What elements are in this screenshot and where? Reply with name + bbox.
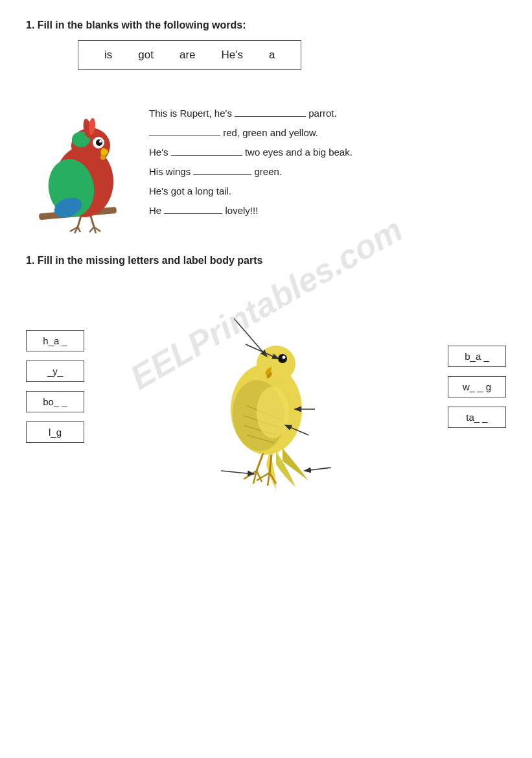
blank-6[interactable] bbox=[164, 213, 222, 214]
sentence-1: This is Rupert, he's parrot. bbox=[149, 104, 506, 123]
exercise2-section: 1. Fill in the missing letters and label… bbox=[26, 255, 506, 493]
svg-line-37 bbox=[234, 318, 266, 356]
blank-3[interactable] bbox=[171, 155, 242, 156]
bird-illustration bbox=[104, 279, 428, 493]
label-body[interactable]: bo_ _ bbox=[26, 391, 84, 412]
sentences-area: This is Rupert, he's parrot. red, green … bbox=[149, 97, 506, 220]
exercise1-content: This is Rupert, he's parrot. red, green … bbox=[26, 97, 506, 235]
left-labels: h_a _ _y_ bo_ _ l_g bbox=[26, 330, 84, 443]
svg-line-41 bbox=[305, 468, 331, 471]
exercise1-section: 1. Fill in the blanks with the following… bbox=[26, 19, 506, 235]
exercise1-title: 1. Fill in the blanks with the following… bbox=[26, 19, 506, 31]
word-a: a bbox=[269, 49, 275, 62]
svg-line-13 bbox=[91, 216, 94, 227]
blank-2[interactable] bbox=[149, 136, 220, 136]
svg-line-12 bbox=[78, 227, 80, 232]
sentence-5: He's got a long tail. bbox=[149, 182, 506, 201]
svg-line-35 bbox=[268, 473, 270, 486]
blank-4[interactable] bbox=[193, 174, 251, 175]
exercise2-title: 1. Fill in the missing letters and label… bbox=[26, 255, 506, 266]
svg-point-27 bbox=[278, 354, 287, 363]
label-wing[interactable]: w_ _ g bbox=[448, 376, 506, 397]
word-got: got bbox=[138, 49, 154, 62]
right-labels: b_a _ w_ _ g ta_ _ bbox=[448, 346, 506, 428]
parrot-illustration bbox=[26, 97, 136, 235]
svg-line-29 bbox=[257, 453, 263, 471]
label-head[interactable]: h_a _ bbox=[26, 330, 84, 351]
svg-line-16 bbox=[89, 227, 94, 232]
sentence-3: He's two eyes and a big beak. bbox=[149, 143, 506, 162]
svg-point-8 bbox=[99, 140, 102, 143]
label-tail[interactable]: ta_ _ bbox=[448, 407, 506, 428]
word-are: are bbox=[179, 49, 196, 62]
sentence-4: His wings green. bbox=[149, 162, 506, 182]
sentence-2: red, green and yellow. bbox=[149, 123, 506, 143]
label-eye[interactable]: _y_ bbox=[26, 361, 84, 382]
label-beak[interactable]: b_a _ bbox=[448, 346, 506, 367]
svg-line-42 bbox=[221, 471, 253, 474]
svg-point-28 bbox=[282, 356, 285, 359]
body-parts-exercise: h_a _ _y_ bo_ _ l_g bbox=[26, 279, 506, 493]
svg-line-9 bbox=[78, 216, 81, 227]
svg-point-25 bbox=[257, 386, 289, 438]
word-bank: is got are He's a bbox=[78, 40, 301, 70]
sentence-6: He lovely!!! bbox=[149, 201, 506, 220]
word-hes: He's bbox=[222, 49, 243, 62]
word-is: is bbox=[104, 49, 112, 62]
label-leg[interactable]: l_g bbox=[26, 421, 84, 443]
blank-1[interactable] bbox=[235, 116, 306, 117]
svg-point-7 bbox=[96, 139, 102, 146]
